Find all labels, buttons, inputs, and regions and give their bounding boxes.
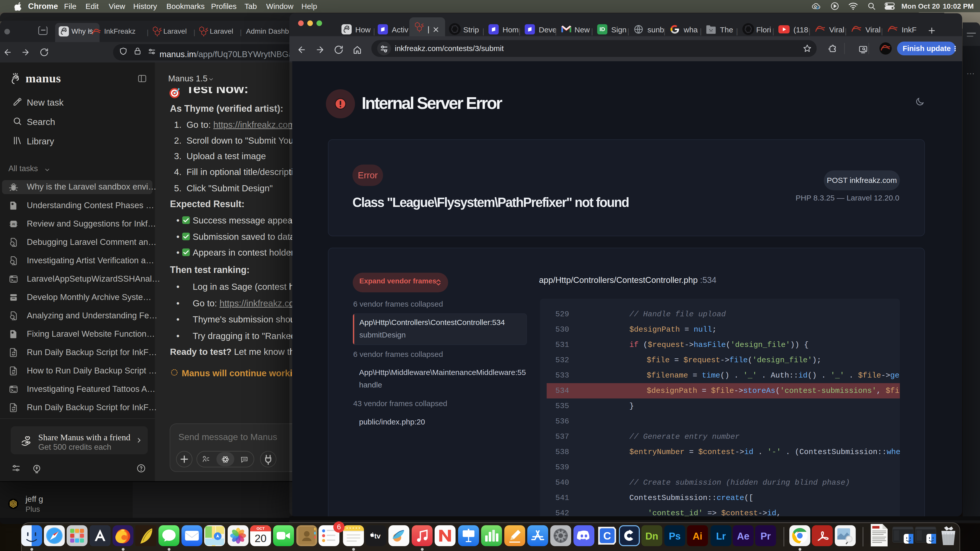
svg-text:20: 20: [255, 532, 267, 545]
svg-text:tv: tv: [374, 532, 381, 540]
svg-text:C: C: [603, 530, 611, 542]
svg-text:Pr: Pr: [760, 531, 771, 541]
svg-text:Ai: Ai: [693, 531, 702, 541]
svg-text:Lr: Lr: [716, 531, 726, 541]
svg-text:Ps: Ps: [669, 531, 681, 541]
svg-text:OCT: OCT: [256, 526, 265, 530]
svg-text:Dn: Dn: [646, 531, 659, 541]
svg-text:Ae: Ae: [737, 531, 749, 541]
